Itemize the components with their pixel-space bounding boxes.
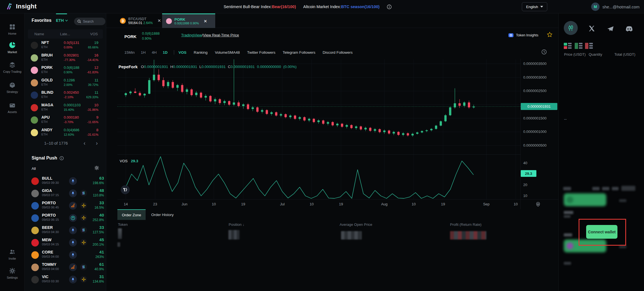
watchlist-row[interactable]: ANDY ETH 0.0(4)686 12.60% 8 -31.61% [25,126,106,139]
connect-wallet-button[interactable]: Connect wallet [586,225,617,239]
blurred-text [564,262,571,265]
token-info-bar: PORK 0.0(6)1888 0.90% TradingView/View R… [106,28,558,46]
column-latest[interactable]: Late... [60,32,70,36]
signal-type-icon [69,276,77,283]
token-vos-change: -11.65% [87,120,98,124]
realtime-price-link[interactable]: View Real-Time Price [203,33,239,37]
vos-indicator-chart[interactable] [117,154,558,199]
sidebar-item-market[interactable]: Market [0,41,25,54]
brand[interactable]: Insight [6,3,37,10]
tradingview-link[interactable]: TradingView [181,33,202,37]
signal-change: 263% [95,255,104,259]
column-vos[interactable]: VOS [90,32,98,36]
search-box[interactable] [74,18,105,25]
telegram-icon[interactable] [607,26,614,32]
orders-column-average-open-price[interactable]: Average Open Price [340,222,372,227]
tab-btc-usdt[interactable]: ₿ BTC/USDT 59164.01 2.64% ✕ [116,13,165,28]
book-view-bids-icon[interactable] [575,43,583,50]
watchlist-row[interactable]: PORK ETH 0.0(6)188 0.90% 12 -61.83% [25,64,106,77]
axis-settings-gear-icon[interactable] [535,201,541,207]
watchlist-row[interactable]: NFT ETH 0.0(5)131 0.00% 19 65.66% [25,39,106,52]
orders-column-profit-return-rate-[interactable]: Profit (Return Rate) [450,222,482,227]
signal-row[interactable]: PORTO 09/03 06:45 33 16.5% [25,200,106,212]
info-icon[interactable] [387,4,392,9]
signal-row[interactable]: PORTO 09/03 06:15 40 252.8% [25,212,106,224]
tab-order-zone[interactable]: Order Zone [117,209,146,220]
token-avatar [31,54,38,62]
watchlist-row[interactable]: APU ETH 0.000180 -3.70% 9 -11.65% [25,114,106,126]
token-avatar [31,79,38,86]
watchlist-row[interactable]: GOLD ETH 0.1286 2.00% 11 39.72% [25,77,106,89]
rocket-icon [69,177,77,185]
blurred-button-icon [567,243,573,249]
column-name[interactable]: Name [34,32,44,36]
indicator-ranking[interactable]: Ranking [194,50,208,55]
sidebar-item-assets[interactable]: Assets [0,102,25,114]
next-page-button[interactable]: › [96,140,98,146]
timeframe-1h[interactable]: 1H [141,50,146,55]
token-price-change: 2.00% [64,83,72,86]
indicator-vos[interactable]: VOS [179,50,187,55]
tab-pork[interactable]: PORK 0.0(6)1888 0.90% ✕ [162,13,215,28]
price-tick: 0.0000003500 [523,62,546,66]
indicator-volumesma48[interactable]: VolumeSMA48 [215,50,240,55]
pane-divider[interactable] [117,154,520,155]
signal-row[interactable]: BULL 09/03 09:30 63 198.6% [25,175,106,187]
signal-row[interactable]: GIGA 09/03 07:15 48 110.8% [25,187,106,200]
signal-filter-all[interactable]: All [32,166,36,171]
time-tick: Jun [182,202,188,206]
signal-row[interactable]: VIC 09/03 03:30 31 134.6% [25,274,106,286]
close-icon[interactable]: ✕ [157,18,161,23]
search-input[interactable] [83,20,103,24]
orderbook-view-button[interactable] [564,21,578,35]
account[interactable]: M she...@hotmail.com [591,3,640,11]
signal-count: 63 [99,176,104,180]
history-clock-icon[interactable] [541,49,547,55]
time-axis[interactable]: 1423Jun1019Jul1019Aug1019Sep10 [117,199,558,209]
indicator-discord-followers[interactable]: Discord Followers [323,50,352,55]
sidebar-item-invite[interactable]: Invite [0,248,25,260]
candlestick-chart[interactable] [117,59,558,154]
orders-tab-bar: Order Zone Order History [117,209,179,220]
sidebar-item-home[interactable]: Home [0,24,25,35]
indicator-telegram-followers[interactable]: Telegram Followers [283,50,315,55]
watchlist-row[interactable]: BLIND ETH 0.002450 -2.10% 11 629.33% [25,89,106,102]
watchlist-row[interactable]: MAGA ETH 0.0001103 15.40% 10 -31.86% [25,102,106,114]
discord-icon[interactable] [625,26,633,32]
token-avatar [31,190,39,197]
signal-row[interactable]: MEW 09/03 04:15 45 200.1% [25,237,106,249]
sidebar-item-settings[interactable]: Settings [0,267,25,279]
favorite-star-icon[interactable] [547,32,553,37]
prev-page-button[interactable]: ‹ [84,140,86,146]
signal-row[interactable]: CORE 09/03 04:00 41 263% [25,249,106,261]
sidebar-item-strategy[interactable]: Strategy [0,82,25,93]
time-tick: 14 [124,202,128,206]
x-twitter-icon[interactable] [588,25,595,32]
signal-settings-gear-icon[interactable] [94,165,99,170]
tradingview-watermark-icon[interactable] [121,185,130,194]
token-insights-button[interactable]: Token Insights [508,32,538,38]
signal-count: 45 [99,237,104,242]
sidebar-item-copy-trading[interactable]: Copy Trading [0,62,25,73]
book-view-asks-icon[interactable] [585,43,593,50]
timeframe-1d[interactable]: 1D [163,50,167,55]
orders-column-position[interactable]: Position ↓ [229,222,244,227]
blurred-avg-price-cell [341,231,362,240]
signal-row[interactable]: TOMMY 09/03 04:00 61 40.9% [25,261,106,274]
book-view-both-icon[interactable] [564,43,572,50]
signal-row[interactable]: BEER 09/03 04:30 33 127.5% [25,224,106,237]
watchlist-row[interactable]: BRUH ETH 0.002801 -77.30% 16 -14.41% [25,52,106,64]
chain-filter-dropdown[interactable]: ETH [56,18,68,23]
timeframe-15min[interactable]: 15Min [124,50,135,55]
tab-order-history[interactable]: Order History [146,209,179,220]
info-icon[interactable] [60,156,64,160]
language-selector[interactable]: English [522,2,547,11]
orders-column-token[interactable]: Token [118,222,128,227]
close-icon[interactable]: ✕ [203,19,207,24]
token-name: BRUH [41,53,53,57]
indicator-twitter-followers[interactable]: Twitter Followers [247,50,275,55]
token-price-change: 15.40% [64,108,74,111]
chain-icon [80,202,87,209]
timeframe-4h[interactable]: 4H [152,50,157,55]
rocket-icon [69,239,77,247]
